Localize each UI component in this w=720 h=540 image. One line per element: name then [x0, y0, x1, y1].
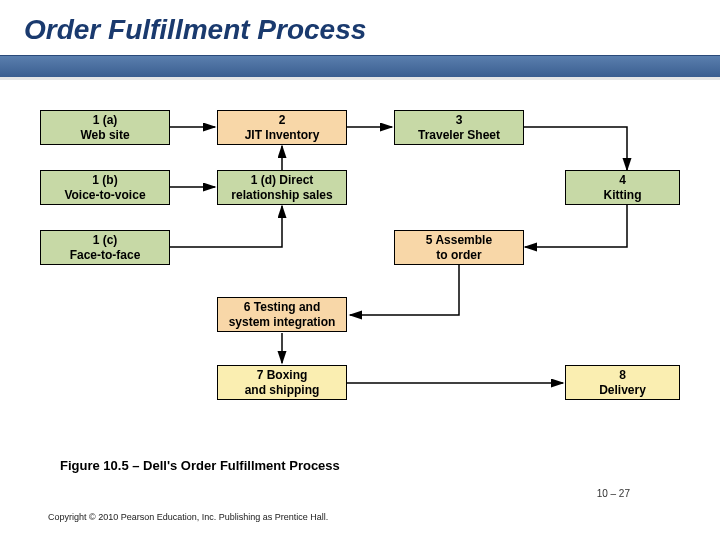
- node-1c-face: 1 (c)Face-to-face: [40, 230, 170, 265]
- header-rule: [0, 55, 720, 78]
- copyright-text: Copyright © 2010 Pearson Education, Inc.…: [48, 512, 328, 522]
- diagram-canvas: 1 (a)Web site 1 (b)Voice-to-voice 1 (c)F…: [40, 90, 680, 430]
- page-number: 10 – 27: [597, 488, 630, 499]
- node-1d-direct: 1 (d) Directrelationship sales: [217, 170, 347, 205]
- figure-caption: Figure 10.5 – Dell's Order Fulfillment P…: [60, 458, 340, 473]
- node-5-assemble: 5 Assembleto order: [394, 230, 524, 265]
- node-6-testing: 6 Testing andsystem integration: [217, 297, 347, 332]
- node-8-delivery: 8Delivery: [565, 365, 680, 400]
- page-title: Order Fulfillment Process: [0, 0, 720, 46]
- node-4-kitting: 4Kitting: [565, 170, 680, 205]
- node-2-jit: 2JIT Inventory: [217, 110, 347, 145]
- node-1a-website: 1 (a)Web site: [40, 110, 170, 145]
- node-1b-voice: 1 (b)Voice-to-voice: [40, 170, 170, 205]
- node-7-boxing: 7 Boxingand shipping: [217, 365, 347, 400]
- node-3-traveler: 3Traveler Sheet: [394, 110, 524, 145]
